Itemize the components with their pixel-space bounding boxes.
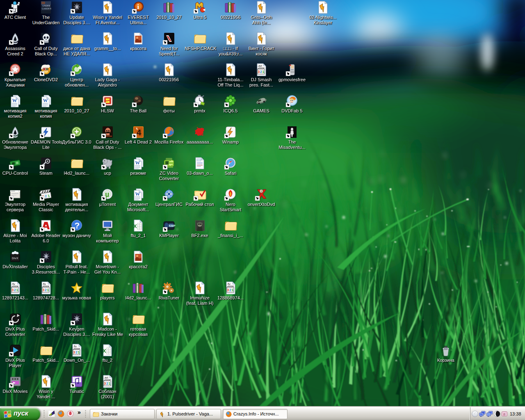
svg-text:n: n xyxy=(503,412,505,416)
